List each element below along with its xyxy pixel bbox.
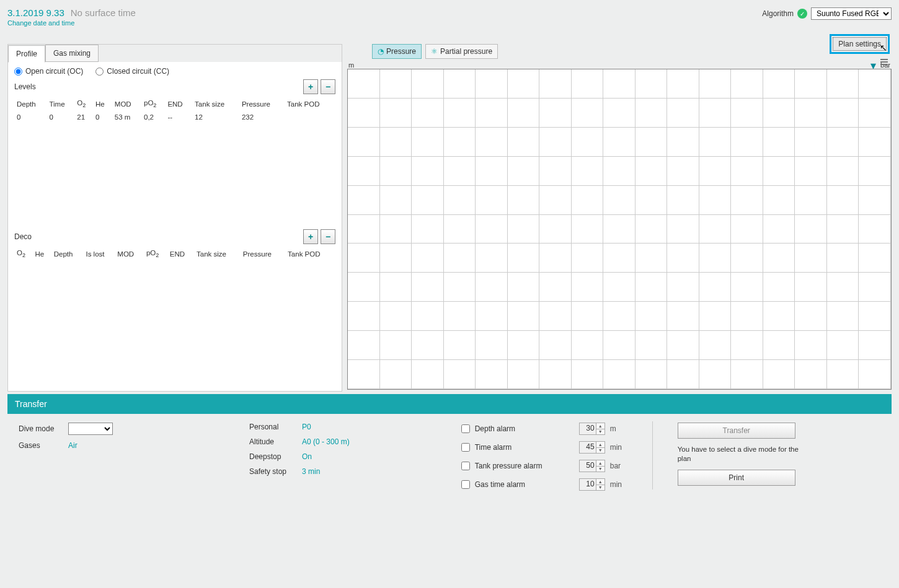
algorithm-select[interactable]: Suunto Fused RGBM	[811, 7, 892, 20]
gases-value[interactable]: Air	[68, 441, 78, 450]
gastime-alarm-check[interactable]	[461, 480, 470, 489]
deepstop-value[interactable]: On	[302, 452, 312, 461]
transfer-note: You have to select a dive mode for the p…	[678, 445, 802, 463]
chart-tab-pressure[interactable]: ◔Pressure	[372, 44, 422, 59]
depth-alarm-check[interactable]	[461, 424, 470, 433]
molecule-icon: ⚛	[431, 47, 438, 56]
dive-mode-label: Dive mode	[19, 424, 62, 433]
gauge-icon: ◔	[378, 47, 384, 56]
hamburger-icon[interactable]	[880, 59, 888, 65]
print-button[interactable]: Print	[678, 470, 795, 486]
tab-gas-mixing[interactable]: Gas mixing	[45, 45, 99, 62]
gastime-alarm-input[interactable]: 10▲▼	[579, 478, 605, 491]
transfer-header: Transfer	[7, 394, 892, 414]
levels-add-button[interactable]: +	[303, 79, 318, 94]
deco-add-button[interactable]: +	[303, 229, 318, 244]
tab-profile[interactable]: Profile	[8, 45, 45, 63]
tank-alarm-label: Tank pressure alarm	[475, 462, 574, 470]
plan-settings-label: Plan settings	[838, 40, 881, 48]
levels-header-row: Depth Time O2 He MOD pO2 END Tank size P…	[14, 97, 335, 111]
y-axis-left-label: m	[348, 61, 354, 69]
levels-title: Levels	[14, 82, 36, 91]
radio-open-circuit[interactable]: Open circuit (OC)	[14, 67, 83, 76]
date-text: 3.1.2019 9.33	[7, 7, 64, 18]
time-alarm-input[interactable]: 45▲▼	[579, 441, 605, 454]
deco-remove-button[interactable]: −	[321, 229, 335, 244]
surface-time-text: No surface time	[71, 7, 136, 18]
levels-row[interactable]: 0 0 21 0 53 m 0,2 -- 12 232	[14, 111, 335, 123]
personal-value[interactable]: P0	[302, 423, 311, 431]
plan-settings-button[interactable]: Plan settings ↖	[833, 37, 887, 51]
check-icon: ✓	[797, 9, 807, 19]
algorithm-label: Algorithm	[762, 9, 794, 18]
deco-header-row: O2 He Depth Is lost MOD pO2 END Tank siz…	[14, 247, 335, 261]
dive-mode-select[interactable]	[68, 423, 113, 435]
time-alarm-check[interactable]	[461, 443, 470, 452]
change-date-link[interactable]: Change date and time	[7, 19, 136, 27]
deco-title: Deco	[14, 232, 32, 241]
safetystop-label: Safety stop	[249, 467, 296, 476]
deepstop-label: Deepstop	[249, 452, 296, 461]
gastime-alarm-label: Gas time alarm	[475, 480, 574, 489]
radio-closed-circuit[interactable]: Closed circuit (CC)	[95, 67, 169, 76]
time-alarm-label: Time alarm	[475, 443, 574, 452]
levels-remove-button[interactable]: −	[321, 79, 335, 94]
gases-label: Gases	[19, 441, 62, 450]
transfer-button[interactable]: Transfer	[678, 423, 795, 439]
depth-alarm-input[interactable]: 30▲▼	[579, 423, 605, 435]
tank-alarm-check[interactable]	[461, 462, 470, 470]
altitude-value[interactable]: A0 (0 - 300 m)	[302, 437, 350, 446]
safetystop-value[interactable]: 3 min	[302, 467, 320, 476]
depth-alarm-label: Depth alarm	[475, 424, 574, 433]
tank-alarm-input[interactable]: 50▲▼	[579, 460, 605, 472]
chart-tab-partial-pressure[interactable]: ⚛Partial pressure	[425, 44, 498, 59]
personal-label: Personal	[249, 423, 296, 431]
altitude-label: Altitude	[249, 437, 296, 446]
chart-area	[347, 69, 892, 390]
